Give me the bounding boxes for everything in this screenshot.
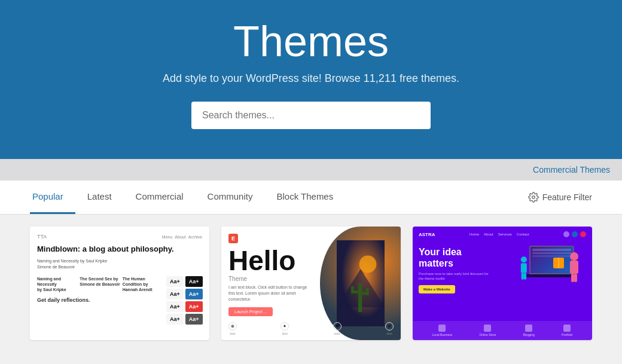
svg-point-9 bbox=[570, 252, 578, 261]
card3-nav-icon2 bbox=[572, 231, 578, 237]
card1-type-aa7: Aa+ bbox=[170, 316, 180, 322]
card3-logo: ASTRA bbox=[419, 232, 435, 237]
tab-community[interactable]: Community bbox=[196, 181, 265, 214]
card3-figure-pink bbox=[565, 252, 583, 287]
hero-subtitle: Add style to your WordPress site! Browse… bbox=[12, 72, 610, 85]
card3-footer-label4: Portfolio bbox=[562, 333, 572, 337]
card1-nav: Menu About Archive bbox=[162, 235, 202, 239]
card1-article3: The HumanCondition byHannah Arendt bbox=[123, 276, 163, 292]
tab-popular[interactable]: Popular bbox=[30, 181, 75, 214]
tab-commercial[interactable]: Commercial bbox=[124, 181, 196, 214]
card3-footer: Local Business Online Store Blogging Por… bbox=[413, 321, 592, 340]
feature-filter-label: Feature Filter bbox=[542, 192, 592, 202]
card1-nav-item1: Menu bbox=[162, 235, 173, 239]
themes-grid: TTA Menu About Archive Mindblown: a blog… bbox=[0, 215, 622, 352]
theme-card-typography[interactable]: TTA Menu About Archive Mindblown: a blog… bbox=[30, 227, 209, 340]
tabs-section: Popular Latest Commercial Community Bloc… bbox=[0, 181, 622, 215]
card1-type-aa1: Aa+ bbox=[170, 279, 180, 285]
card3-footer-label1: Local Business bbox=[432, 333, 453, 337]
card2-icon3: ❄ icon bbox=[333, 322, 342, 335]
card2-icon1: ⊕ icon bbox=[228, 322, 237, 335]
card3-headline: Your idea matters bbox=[419, 246, 490, 269]
tab-block-themes[interactable]: Block Themes bbox=[264, 181, 345, 214]
svg-rect-17 bbox=[522, 273, 524, 280]
commercial-themes-link[interactable]: Commercial Themes bbox=[533, 165, 610, 175]
card3-footer-local-business: Local Business bbox=[432, 325, 453, 337]
feature-filter-button[interactable]: Feature Filter bbox=[528, 192, 592, 203]
card2-description: I am text block. Click edit button to ch… bbox=[228, 285, 312, 302]
svg-rect-3 bbox=[358, 283, 362, 312]
card1-article2: The Second Sex bySimone de Beauvoir bbox=[80, 276, 120, 292]
card3-nav-home: Home bbox=[469, 233, 479, 236]
card3-subtitle: Purchase now to take early bird discount… bbox=[419, 271, 490, 282]
svg-rect-16 bbox=[521, 263, 527, 273]
card3-figure-teal bbox=[517, 255, 532, 287]
tab-latest[interactable]: Latest bbox=[75, 181, 124, 214]
card1-site-name: TTA bbox=[37, 234, 47, 240]
card3-nav-links: Home About Services Contact bbox=[469, 233, 529, 236]
svg-rect-18 bbox=[524, 273, 526, 280]
svg-rect-11 bbox=[571, 274, 574, 282]
hero-section: Themes Add style to your WordPress site!… bbox=[0, 0, 622, 159]
card1-type-aa2: Aa+ bbox=[189, 279, 199, 285]
card3-footer-icon2 bbox=[484, 325, 491, 332]
card3-footer-icon3 bbox=[525, 325, 532, 332]
card3-nav-about: About bbox=[484, 233, 493, 236]
svg-point-8 bbox=[359, 256, 376, 273]
card3-footer-portfolio: Portfolio bbox=[562, 325, 572, 337]
card3-illustration bbox=[514, 246, 586, 293]
gear-icon bbox=[528, 192, 539, 203]
svg-point-0 bbox=[532, 196, 535, 199]
card3-nav-icon3 bbox=[580, 231, 586, 237]
card3-hero-text: Your idea matters Purchase now to take e… bbox=[419, 246, 490, 293]
card1-nav-item3: Archive bbox=[188, 235, 202, 239]
card3-nav: ASTRA Home About Services Contact bbox=[413, 227, 592, 242]
card1-type-aa8: Aa+ bbox=[189, 316, 199, 322]
svg-rect-10 bbox=[570, 261, 578, 274]
card3-footer-label3: Blogging bbox=[523, 333, 534, 337]
card3-footer-online-store: Online Store bbox=[479, 325, 496, 337]
card3-box bbox=[553, 258, 565, 270]
card3-nav-icon1 bbox=[563, 231, 569, 237]
svg-rect-5 bbox=[351, 286, 354, 293]
card1-type-aa4: Aa+ bbox=[189, 291, 199, 297]
svg-rect-12 bbox=[574, 274, 577, 282]
card3-footer-icon1 bbox=[438, 325, 446, 332]
card2-icon4: ❊ icon bbox=[385, 322, 394, 335]
theme-card-astra[interactable]: ASTRA Home About Services Contact Your i… bbox=[413, 227, 592, 340]
card1-article1: Naming and Necessityby Saul Kripke bbox=[37, 276, 77, 292]
card2-icons-row: ⊕ icon ✦ icon ❄ icon ❊ icon bbox=[228, 322, 394, 335]
page-title: Themes bbox=[12, 18, 610, 65]
card2-cta-button[interactable]: Launch Project ... bbox=[228, 307, 273, 316]
card3-hero: Your idea matters Purchase now to take e… bbox=[413, 242, 592, 297]
tabs-wrapper: Popular Latest Commercial Community Bloc… bbox=[30, 181, 592, 214]
card1-nav-item2: About bbox=[175, 235, 185, 239]
svg-rect-7 bbox=[365, 288, 368, 295]
tabs-nav: Popular Latest Commercial Community Bloc… bbox=[30, 181, 345, 214]
card3-footer-label2: Online Store bbox=[479, 333, 496, 337]
card3-footer-icon4 bbox=[563, 325, 571, 332]
card2-icon2: ✦ icon bbox=[280, 322, 289, 335]
card3-nav-services: Services bbox=[498, 233, 512, 236]
card3-cta-button[interactable]: Make a Website bbox=[419, 285, 455, 293]
theme-card-hello[interactable]: E Hello Theme I am text block. Click edi… bbox=[221, 227, 401, 340]
card1-type-aa6: Aa+ bbox=[189, 304, 199, 310]
card1-daily: Get daily reflections. bbox=[37, 297, 163, 303]
card2-e-icon: E bbox=[228, 234, 238, 243]
svg-point-15 bbox=[521, 257, 527, 263]
search-input[interactable] bbox=[191, 102, 431, 129]
card3-nav-contact: Contact bbox=[517, 233, 529, 236]
commercial-bar: Commercial Themes bbox=[0, 159, 622, 181]
card3-footer-blogging: Blogging bbox=[523, 325, 534, 337]
card1-type-aa3: Aa+ bbox=[170, 291, 180, 297]
card2-landscape-illustration bbox=[337, 230, 385, 337]
card3-nav-icons bbox=[563, 231, 586, 237]
card1-small-text: Naming and Necessity by Saul KripkeSimon… bbox=[37, 258, 202, 270]
card1-type-aa5: Aa+ bbox=[170, 304, 180, 310]
card1-headline: Mindblown: a blog about philosophy. bbox=[37, 244, 202, 255]
search-container bbox=[12, 102, 610, 129]
